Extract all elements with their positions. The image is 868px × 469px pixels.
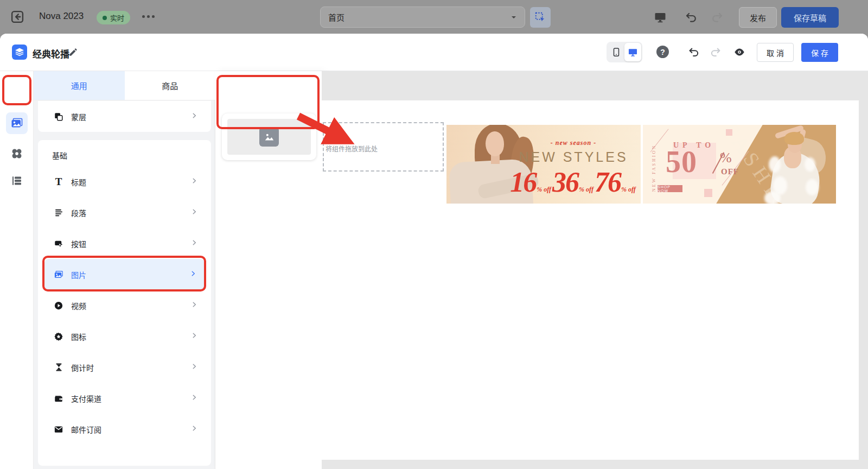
component-item-label: 标题 (71, 176, 86, 187)
component-item-label: 邮件订阅 (71, 424, 101, 435)
button-icon (53, 238, 64, 249)
select-element-tool-button[interactable] (530, 7, 551, 28)
component-item-label: 倒计时 (71, 362, 94, 373)
component-item-label: 段落 (71, 207, 86, 218)
component-item-icon[interactable]: 图标 (38, 321, 211, 352)
component-item-button[interactable]: 按钮 (38, 228, 211, 259)
wallet-icon (53, 393, 64, 404)
component-item-label: 按钮 (71, 238, 86, 249)
chevron-right-icon (189, 270, 197, 280)
banner2-shop-now-button[interactable]: SHOP NOW (658, 185, 682, 192)
tab-general[interactable]: 通用 (34, 71, 125, 100)
banner1-discounts: 16% off36% off76% off (497, 166, 641, 198)
section-editor-modal: 经典轮播 ? 取 消 保 存 通用 商品 (0, 34, 868, 469)
redo-icon[interactable] (710, 46, 722, 58)
chevron-right-icon (190, 239, 198, 249)
device-toggle (607, 42, 642, 62)
component-item-heading[interactable]: T 标题 (38, 166, 211, 197)
chevron-right-icon (190, 112, 198, 122)
editor-header: 经典轮播 ? 取 消 保 存 (0, 34, 868, 71)
component-item-video[interactable]: 视频 (38, 290, 211, 321)
component-item-image[interactable]: 图片 (44, 259, 205, 290)
paragraph-icon (53, 207, 64, 218)
star-icon (53, 331, 64, 342)
tab-product[interactable]: 商品 (125, 71, 216, 100)
selection-cursor-icon (534, 11, 546, 23)
undo-icon[interactable] (685, 11, 698, 24)
countdown-icon (53, 362, 64, 373)
component-group-basic: 基础 T 标题 段落 按钮 (38, 140, 211, 466)
image-component-drawer (215, 71, 322, 469)
component-item-payment[interactable]: 支付渠道 (38, 383, 211, 414)
carousel-slide-2[interactable]: FASHION NEW FASHION UP TO 50 % OFF SHOP … (643, 125, 836, 204)
carousel-slide-1[interactable]: - new season - NEW STYLES 16% off36% off… (446, 125, 641, 204)
chevron-right-icon (190, 301, 198, 310)
chevron-right-icon (190, 424, 198, 434)
chevron-right-icon (190, 332, 198, 341)
banner1-title: NEW STYLES (497, 149, 641, 165)
component-item-label: 图片 (71, 269, 86, 280)
banner1-shop-now: - SHOP NOW - (497, 203, 641, 204)
live-status-badge: 实时 (97, 11, 130, 24)
mobile-view-button[interactable] (608, 43, 624, 61)
save-button[interactable]: 保 存 (801, 43, 838, 62)
preview-eye-icon[interactable] (733, 46, 745, 58)
preview-canvas: 将组件拖放到此处 - new season - NEW STYLES 16% o… (322, 71, 868, 469)
component-group-top: 蒙层 (38, 101, 211, 132)
section-title: 经典轮播 (33, 47, 69, 60)
banner2-off-label: OFF (721, 167, 739, 176)
video-icon (53, 300, 64, 311)
banner2-percent-value: 50 (666, 144, 697, 179)
component-item-label: 图标 (71, 331, 86, 342)
mail-icon (53, 424, 64, 435)
rename-pencil-icon[interactable] (68, 47, 78, 57)
rail-sections-tool[interactable] (6, 143, 28, 164)
section-heading: 基础 (52, 150, 211, 161)
chevron-right-icon (190, 363, 198, 372)
image-tool-icon (10, 117, 23, 130)
banner1-tagline: - new season - (497, 139, 641, 147)
page-preview: 将组件拖放到此处 - new season - NEW STYLES 16% o… (322, 100, 859, 460)
components-panel: 通用 商品 蒙层 基础 T 标题 (34, 71, 215, 469)
cancel-button[interactable]: 取 消 (757, 43, 794, 62)
redo-icon[interactable] (711, 11, 724, 24)
component-item-label: 视频 (71, 300, 86, 311)
chevron-right-icon (190, 177, 198, 187)
image-placeholder (227, 119, 311, 155)
chevron-right-icon (190, 208, 198, 218)
live-dot-icon (103, 16, 107, 20)
component-item-email[interactable]: 邮件订阅 (38, 414, 211, 445)
dropzone-hint: 将组件拖放到此处 (326, 144, 378, 153)
save-draft-button[interactable]: 保存草稿 (781, 7, 839, 28)
help-button[interactable]: ? (656, 46, 669, 58)
chevron-down-icon (510, 14, 517, 21)
layer-tree-icon (10, 174, 23, 187)
phone-icon (611, 47, 621, 57)
chevron-right-icon (190, 394, 198, 403)
component-item-mask[interactable]: 蒙层 (38, 101, 211, 132)
page-selector-dropdown[interactable]: 首页 (320, 7, 525, 28)
heading-icon: T (53, 176, 64, 187)
preview-monitor-icon[interactable] (654, 11, 667, 24)
desktop-icon (628, 47, 638, 58)
rail-layers-tool[interactable] (6, 170, 28, 192)
mask-icon (53, 111, 64, 122)
component-item-paragraph[interactable]: 段落 (38, 197, 211, 228)
undo-icon[interactable] (688, 46, 700, 58)
component-item-label: 支付渠道 (71, 393, 101, 404)
publish-button[interactable]: 发布 (739, 7, 777, 28)
carousel-app-icon (12, 45, 27, 60)
image-component-draggable[interactable] (222, 113, 316, 160)
desktop-view-button[interactable] (624, 43, 641, 61)
top-toolbar: Nova 2023 实时 首页 发布 保存草稿 (0, 0, 868, 34)
panel-tabs: 通用 商品 (34, 71, 215, 100)
live-badge-label: 实时 (110, 12, 124, 23)
exit-editor-button[interactable] (10, 9, 25, 24)
image-placeholder-icon (259, 127, 279, 147)
component-dropzone[interactable]: 将组件拖放到此处 (323, 122, 444, 172)
image-icon (53, 269, 64, 280)
rail-components-image-tool[interactable] (6, 112, 28, 134)
component-item-countdown[interactable]: 倒计时 (38, 352, 211, 383)
more-menu-button[interactable] (142, 15, 155, 18)
clover-sections-icon (10, 147, 24, 161)
